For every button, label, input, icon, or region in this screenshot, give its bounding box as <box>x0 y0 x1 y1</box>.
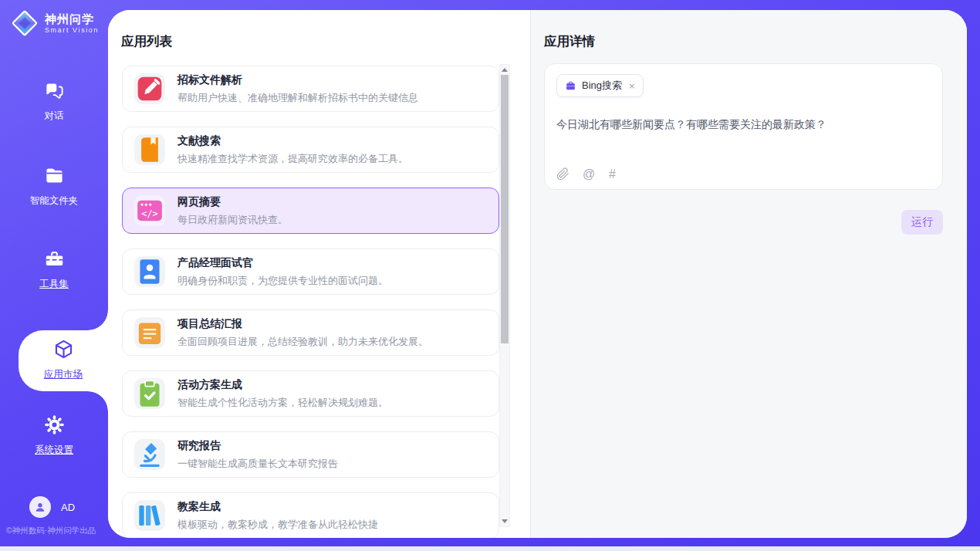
user-icon <box>33 500 47 514</box>
microscope-icon <box>134 439 165 470</box>
app-card[interactable]: 研究报告 一键智能生成高质量长文本研究报告 <box>122 431 499 478</box>
app-card[interactable]: 活动方案生成 智能生成个性化活动方案，轻松解决规划难题。 <box>122 370 499 417</box>
sidebar: 神州问学 Smart Vision 对话 智能文件夹 工具集 应用市场 系统设置… <box>0 0 108 546</box>
app-detail-panel: 应用详情 Bing搜索 × 今日湖北有哪些新闻要点？有哪些需要关注的最新政策？ … <box>530 10 967 538</box>
sidebar-item-app-market[interactable]: 应用市场 <box>19 330 108 391</box>
edit-doc-icon <box>134 73 165 104</box>
run-button[interactable]: 运行 <box>901 210 943 235</box>
app-window: 神州问学 Smart Vision 对话 智能文件夹 工具集 应用市场 系统设置… <box>0 0 980 551</box>
book-icon <box>134 134 165 165</box>
tool-tag-bing-search[interactable]: Bing搜索 × <box>556 74 644 97</box>
sidebar-item-toolset[interactable]: 工具集 <box>0 248 108 291</box>
browser-code-icon: </> <box>134 195 165 226</box>
brand-tagline: Smart Vision <box>45 26 99 34</box>
app-card[interactable]: 招标文件解析 帮助用户快速、准确地理解和解析招标书中的关键信息 <box>122 66 499 112</box>
app-detail-title: 应用详情 <box>544 33 595 50</box>
clipboard-check-icon <box>134 378 165 409</box>
app-card[interactable]: </> 网页摘要 每日政府新闻资讯快查。 <box>122 188 499 234</box>
sidebar-item-settings[interactable]: 系统设置 <box>0 414 108 457</box>
app-card[interactable]: 教案生成 模板驱动，教案秒成，教学准备从此轻松快捷 <box>122 492 499 538</box>
app-card[interactable]: 项目总结汇报 全面回顾项目进展，总结经验教训，助力未来优化发展。 <box>122 309 499 356</box>
brand-logo: 神州问学 Smart Vision <box>11 9 99 37</box>
avatar[interactable] <box>29 496 51 518</box>
app-list-title: 应用列表 <box>121 33 172 50</box>
list-scrollbar[interactable] <box>499 64 510 527</box>
svg-text:</>: </> <box>141 208 158 219</box>
scroll-down-icon[interactable] <box>500 516 509 526</box>
user-chip[interactable]: AD <box>29 496 75 518</box>
app-list-panel: 应用列表 招标文件解析 帮助用户快速、准确地理解和解析招标书中的关键信息 文献搜… <box>108 10 530 538</box>
hash-icon[interactable]: # <box>609 167 622 181</box>
gear-icon <box>44 414 65 435</box>
resume-icon <box>134 256 165 287</box>
close-icon[interactable]: × <box>629 81 635 91</box>
toolbox-icon <box>44 248 65 269</box>
scrollbar-thumb[interactable] <box>501 75 509 343</box>
prompt-card[interactable]: Bing搜索 × 今日湖北有哪些新闻要点？有哪些需要关注的最新政策？ @ # <box>544 63 943 190</box>
chat-icon <box>44 80 65 101</box>
books-icon <box>134 500 165 531</box>
app-card[interactable]: 产品经理面试官 明确身份和职责，为您提供专业性的面试问题。 <box>122 248 499 295</box>
app-card[interactable]: 文献搜索 快速精准查找学术资源，提高研究效率的必备工具。 <box>122 127 499 173</box>
sidebar-item-chat[interactable]: 对话 <box>0 80 108 123</box>
input-toolbar: @ # <box>556 167 622 181</box>
cube-icon <box>53 339 74 360</box>
tool-tag-label: Bing搜索 <box>582 79 622 93</box>
app-list: 招标文件解析 帮助用户快速、准确地理解和解析招标书中的关键信息 文献搜索 快速精… <box>122 66 499 538</box>
diamond-logo-icon <box>11 9 39 37</box>
briefcase-icon <box>565 80 576 92</box>
sidebar-item-smart-folder[interactable]: 智能文件夹 <box>0 165 108 208</box>
scroll-up-icon[interactable] <box>500 65 509 75</box>
brand-name: 神州问学 <box>45 12 99 25</box>
main-surface: 应用列表 招标文件解析 帮助用户快速、准确地理解和解析招标书中的关键信息 文献搜… <box>108 10 967 538</box>
folder-icon <box>44 165 65 186</box>
notepad-icon <box>134 317 165 348</box>
paperclip-icon[interactable] <box>556 167 569 181</box>
copyright-text: ©神州数码·神州问学出品 <box>6 526 108 536</box>
query-input[interactable]: 今日湖北有哪些新闻要点？有哪些需要关注的最新政策？ <box>556 118 931 132</box>
at-icon[interactable]: @ <box>583 167 596 181</box>
user-initials: AD <box>61 502 75 513</box>
